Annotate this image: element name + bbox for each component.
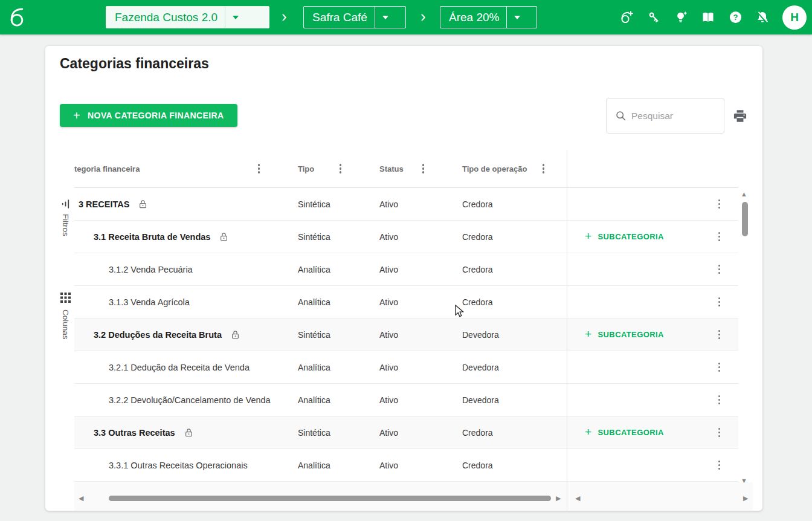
category-name: 3.1.3 Venda Agrícola bbox=[109, 297, 190, 307]
cell-operacao: Credora bbox=[462, 461, 567, 470]
vertical-scrollbar-thumb[interactable] bbox=[742, 202, 748, 236]
cell-operacao: Devedora bbox=[462, 330, 567, 340]
category-name: 3.2.2 Devolução/Cancelamento de Venda bbox=[109, 395, 271, 405]
search-box bbox=[606, 98, 724, 134]
plus-icon: + bbox=[585, 426, 592, 438]
scroll-up-icon[interactable]: ▲ bbox=[741, 191, 747, 198]
cell-status: Ativo bbox=[379, 297, 462, 307]
table-row[interactable]: 3.2.2 Devolução/Cancelamento de Venda An… bbox=[74, 384, 738, 416]
cell-categoria: 3 RECEITAS bbox=[74, 199, 298, 209]
topbar-actions: ? H bbox=[619, 0, 807, 34]
cell-operacao: Devedora bbox=[462, 363, 567, 372]
guide-book-icon[interactable] bbox=[701, 10, 715, 25]
cell-categoria: 3.2.2 Devolução/Cancelamento de Venda bbox=[74, 395, 298, 405]
row-menu-icon[interactable] bbox=[717, 296, 723, 309]
cell-categoria: 3.2.1 Dedução da Receita de Venda bbox=[74, 363, 298, 372]
table-row[interactable]: 3.1.2 Venda Pecuária Analítica Ativo Cre… bbox=[74, 253, 738, 286]
search-icon bbox=[615, 110, 627, 121]
subcategoria-label: SUBCATEGORIA bbox=[598, 232, 664, 241]
table-row[interactable]: 3.1.3 Venda Agrícola Analítica Ativo Cre… bbox=[74, 286, 738, 319]
columns-grid-icon bbox=[60, 293, 71, 305]
cell-operacao: Credora bbox=[462, 199, 567, 209]
cell-categoria: 3.1.3 Venda Agrícola bbox=[74, 297, 298, 307]
cell-tipo: Analítica bbox=[298, 395, 379, 405]
search-input[interactable] bbox=[631, 111, 704, 121]
safra-selector[interactable]: Safra Café bbox=[303, 6, 406, 28]
scroll-down-icon[interactable]: ▼ bbox=[741, 477, 747, 484]
cell-categoria: 3.3.1 Outras Receitas Operacionais bbox=[74, 461, 298, 470]
row-menu-icon[interactable] bbox=[717, 328, 723, 341]
cell-tipo: Analítica bbox=[298, 297, 379, 307]
scroll-right-icon[interactable]: ▶ bbox=[743, 495, 748, 502]
table-row[interactable]: 3.3 Outras Receitas Sintética Ativo Cred… bbox=[74, 416, 738, 449]
scroll-left-icon[interactable]: ◀ bbox=[79, 495, 83, 502]
category-name: 3.2.1 Dedução da Receita de Venda bbox=[109, 363, 250, 372]
category-name: 3.3.1 Outras Receitas Operacionais bbox=[109, 461, 248, 470]
cell-operacao: Credora bbox=[462, 297, 567, 307]
area-selector[interactable]: Área 20% bbox=[440, 6, 537, 28]
key-icon[interactable] bbox=[646, 10, 661, 25]
row-menu-icon[interactable] bbox=[717, 198, 723, 211]
table-row[interactable]: 3.2.1 Dedução da Receita de Venda Analít… bbox=[74, 351, 738, 384]
chevron-down-icon bbox=[506, 7, 527, 28]
table-row[interactable]: 3 RECEITAS Sintética Ativo Credora bbox=[74, 188, 738, 221]
column-menu-icon[interactable] bbox=[541, 162, 547, 175]
sidebar-tab-colunas[interactable]: Colunas bbox=[57, 293, 73, 340]
help-icon[interactable]: ? bbox=[728, 10, 743, 25]
subcategoria-button[interactable]: + SUBCATEGORIA bbox=[585, 427, 664, 438]
app-logo-icon bbox=[8, 7, 25, 30]
column-header-status: Status bbox=[379, 150, 462, 187]
lock-icon bbox=[219, 232, 228, 242]
cell-operacao: Credora bbox=[462, 265, 567, 274]
column-menu-icon[interactable] bbox=[256, 162, 262, 175]
cell-categoria: 3.1.2 Venda Pecuária bbox=[74, 265, 298, 274]
column-header-operacao: Tipo de operação bbox=[462, 150, 567, 187]
cell-tipo: Sintética bbox=[298, 199, 379, 209]
safra-selector-label: Safra Café bbox=[304, 7, 375, 28]
row-menu-icon[interactable] bbox=[717, 459, 723, 472]
table-row[interactable]: 3.3.1 Outras Receitas Operacionais Analí… bbox=[74, 449, 738, 482]
page-title: Categorias financeiras bbox=[60, 56, 209, 72]
cell-actions: + SUBCATEGORIA bbox=[567, 319, 738, 351]
subcategoria-label: SUBCATEGORIA bbox=[598, 428, 664, 437]
subcategoria-button[interactable]: + SUBCATEGORIA bbox=[585, 329, 664, 340]
row-menu-icon[interactable] bbox=[717, 426, 723, 439]
cell-status: Ativo bbox=[379, 199, 462, 209]
sidebar-tab-filtros[interactable]: Filtros bbox=[57, 198, 73, 236]
table-row[interactable]: 3.2 Deduções da Receita Bruta Sintética … bbox=[74, 319, 738, 351]
table-body: 3 RECEITAS Sintética Ativo Credora 3.1 R… bbox=[74, 188, 738, 482]
scroll-left-icon[interactable]: ◀ bbox=[575, 495, 580, 502]
column-menu-icon[interactable] bbox=[420, 162, 427, 175]
user-avatar[interactable]: H bbox=[782, 5, 807, 30]
lightbulb-tips-icon[interactable] bbox=[674, 10, 688, 25]
subcategoria-button[interactable]: + SUBCATEGORIA bbox=[585, 231, 664, 242]
table-row[interactable]: 3.1 Receita Bruta de Vendas Sintética At… bbox=[74, 221, 738, 253]
cell-categoria: 3.2 Deduções da Receita Bruta bbox=[74, 330, 298, 340]
farm-selector-label: Fazenda Custos 2.0 bbox=[106, 7, 225, 28]
lock-icon bbox=[231, 330, 240, 340]
cell-operacao: Credora bbox=[462, 428, 567, 438]
add-account-icon[interactable] bbox=[619, 10, 634, 25]
filter-icon bbox=[60, 198, 71, 210]
chevron-down-icon bbox=[375, 7, 396, 28]
category-name: 3.1 Receita Bruta de Vendas bbox=[94, 232, 210, 242]
new-category-button[interactable]: + NOVA CATEGORIA FINANCEIRA bbox=[60, 104, 237, 127]
row-menu-icon[interactable] bbox=[717, 263, 723, 276]
lock-icon bbox=[138, 199, 147, 209]
row-menu-icon[interactable] bbox=[717, 361, 723, 374]
cell-actions: + SUBCATEGORIA bbox=[567, 416, 738, 448]
row-menu-icon[interactable] bbox=[717, 230, 723, 244]
breadcrumb-separator: › bbox=[282, 0, 287, 34]
cell-categoria: 3.1 Receita Bruta de Vendas bbox=[74, 232, 298, 242]
column-menu-icon[interactable] bbox=[338, 162, 344, 175]
farm-selector[interactable]: Fazenda Custos 2.0 bbox=[106, 6, 269, 28]
horizontal-scrollbar-thumb[interactable] bbox=[109, 496, 551, 501]
row-menu-icon[interactable] bbox=[717, 393, 723, 407]
cell-tipo: Sintética bbox=[298, 232, 379, 242]
cell-status: Ativo bbox=[379, 428, 462, 438]
notifications-off-icon[interactable] bbox=[755, 10, 770, 25]
scroll-right-icon[interactable]: ▶ bbox=[556, 495, 561, 502]
print-button[interactable] bbox=[732, 108, 749, 125]
cell-actions: + SUBCATEGORIA bbox=[567, 221, 738, 253]
cell-actions bbox=[567, 188, 738, 220]
